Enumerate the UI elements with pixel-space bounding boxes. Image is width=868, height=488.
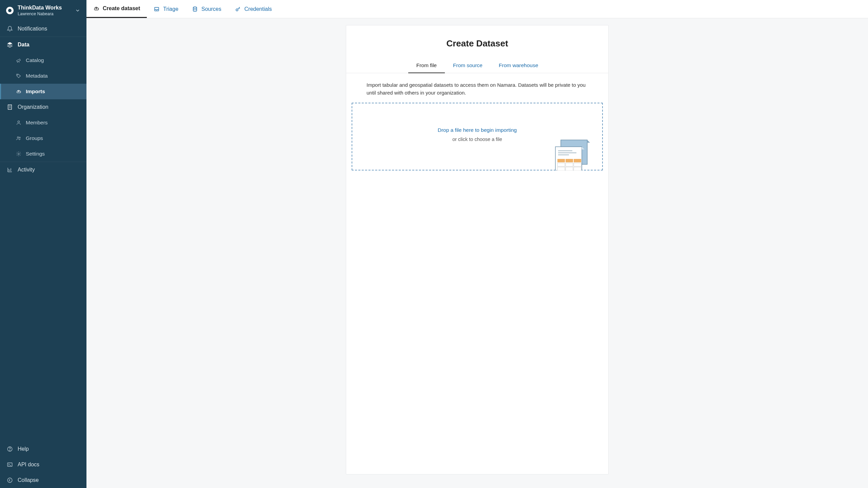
svg-rect-26	[557, 167, 565, 170]
svg-rect-1	[8, 105, 12, 110]
sidebar-item-label: Organization	[18, 104, 48, 110]
svg-point-5	[18, 153, 19, 155]
svg-rect-24	[566, 163, 573, 166]
dropzone-secondary-text: or click to choose a file	[452, 137, 502, 142]
user-name: Lawrence Nabeara	[18, 12, 73, 16]
documents-illustration-icon	[549, 139, 593, 170]
tab-create-dataset[interactable]: Create dataset	[86, 0, 147, 18]
org-switcher[interactable]: ThinkData Works Lawrence Nabeara	[0, 0, 86, 21]
tab-label: Create dataset	[103, 5, 140, 12]
description: Import tabular and geospatial datasets t…	[352, 81, 603, 97]
content: Create Dataset From file From source Fro…	[86, 18, 868, 488]
building-icon	[7, 104, 13, 110]
collapse-icon	[7, 477, 13, 483]
sidebar-item-metadata[interactable]: Metadata	[0, 68, 86, 84]
sidebar-item-label: Metadata	[26, 73, 48, 79]
svg-point-7	[9, 450, 10, 450]
source-tab-label: From warehouse	[499, 62, 538, 68]
source-tab-from-file[interactable]: From file	[408, 59, 445, 73]
sidebar-item-label: Help	[18, 446, 29, 452]
terminal-icon	[7, 462, 13, 468]
svg-rect-27	[566, 167, 573, 170]
cloud-upload-icon	[93, 5, 99, 12]
tab-label: Triage	[163, 6, 178, 12]
sidebar-item-collapse[interactable]: Collapse	[0, 472, 86, 488]
file-dropzone[interactable]: Drop a file here to begin importing or c…	[352, 103, 603, 170]
svg-rect-22	[574, 159, 581, 162]
create-dataset-card: Create Dataset From file From source Fro…	[346, 25, 609, 474]
sidebar-item-label: Data	[18, 42, 29, 48]
users-icon	[16, 135, 22, 141]
svg-rect-28	[574, 167, 581, 170]
svg-point-9	[7, 478, 12, 483]
svg-rect-21	[566, 159, 573, 162]
source-tabs: From file From source From warehouse	[346, 59, 608, 73]
svg-point-0	[17, 75, 18, 76]
sidebar-item-settings[interactable]: Settings	[0, 146, 86, 162]
svg-point-11	[193, 7, 197, 8]
sidebar-item-imports[interactable]: Imports	[0, 84, 86, 99]
sidebar-item-notifications[interactable]: Notifications	[0, 21, 86, 37]
tag-icon	[16, 73, 22, 79]
sidebar-item-organization[interactable]: Organization	[0, 99, 86, 115]
inbox-icon	[154, 6, 160, 12]
source-tab-from-warehouse[interactable]: From warehouse	[491, 59, 546, 73]
source-tab-label: From file	[416, 62, 437, 68]
help-icon	[7, 446, 13, 452]
sidebar-item-api-docs[interactable]: API docs	[0, 457, 86, 472]
svg-rect-20	[557, 159, 565, 162]
layers-icon	[7, 42, 13, 48]
sidebar-item-label: Members	[26, 120, 48, 126]
telescope-icon	[16, 57, 22, 63]
sidebar-item-label: Collapse	[18, 477, 39, 483]
chart-icon	[7, 167, 13, 173]
key-icon	[235, 6, 241, 12]
user-icon	[16, 120, 22, 126]
svg-rect-8	[7, 463, 12, 467]
org-logo-icon	[6, 7, 14, 14]
sidebar-item-label: Catalog	[26, 57, 44, 63]
sidebar-item-label: Imports	[26, 88, 45, 95]
topbar: Create dataset Triage Sources Credential…	[86, 0, 868, 18]
sidebar-item-members[interactable]: Members	[0, 115, 86, 130]
svg-point-2	[18, 121, 19, 123]
svg-point-4	[19, 137, 20, 138]
svg-point-12	[236, 9, 238, 11]
svg-marker-14	[587, 140, 590, 143]
sidebar-item-label: Notifications	[18, 26, 47, 32]
svg-point-3	[17, 137, 19, 138]
tab-label: Credentials	[244, 6, 272, 12]
sidebar-item-catalog[interactable]: Catalog	[0, 53, 86, 68]
sidebar-item-data[interactable]: Data	[0, 37, 86, 53]
org-name: ThinkData Works	[18, 5, 73, 11]
sidebar: ThinkData Works Lawrence Nabeara Notific…	[0, 0, 86, 488]
tab-triage[interactable]: Triage	[147, 0, 185, 18]
sidebar-item-activity[interactable]: Activity	[0, 162, 86, 178]
main: Create dataset Triage Sources Credential…	[86, 0, 868, 488]
sidebar-item-label: Activity	[18, 167, 35, 173]
svg-rect-10	[155, 7, 159, 11]
tab-label: Sources	[201, 6, 221, 12]
sidebar-item-groups[interactable]: Groups	[0, 130, 86, 146]
bell-icon	[7, 26, 13, 32]
gear-icon	[16, 151, 22, 157]
chevron-down-icon	[75, 8, 80, 13]
sidebar-item-label: Groups	[26, 135, 43, 141]
sidebar-item-label: API docs	[18, 462, 39, 468]
sidebar-item-help[interactable]: Help	[0, 441, 86, 457]
dropzone-primary-text: Drop a file here to begin importing	[438, 127, 517, 133]
tab-sources[interactable]: Sources	[185, 0, 228, 18]
database-icon	[192, 6, 198, 12]
source-tab-label: From source	[453, 62, 482, 68]
tab-credentials[interactable]: Credentials	[228, 0, 279, 18]
svg-rect-23	[557, 163, 565, 166]
sidebar-item-label: Settings	[26, 151, 45, 157]
svg-rect-25	[574, 163, 581, 166]
card-title: Create Dataset	[367, 38, 588, 49]
source-tab-from-source[interactable]: From source	[445, 59, 491, 73]
cloud-upload-icon	[16, 88, 22, 95]
